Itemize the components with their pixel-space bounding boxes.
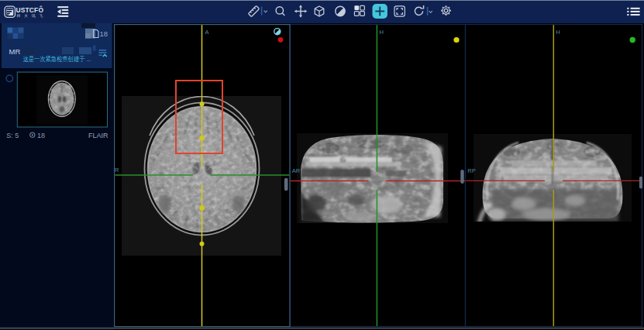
svg-text:这是一次紧急检查创建于 ...: 这是一次紧急检查创建于 ... xyxy=(23,55,91,63)
svg-text:RP: RP xyxy=(467,167,475,174)
svg-text:18: 18 xyxy=(100,29,108,38)
svg-text:R: R xyxy=(115,167,119,174)
svg-text:18: 18 xyxy=(37,132,45,139)
svg-text:A: A xyxy=(205,29,209,36)
svg-text:H: H xyxy=(556,29,560,36)
svg-text:FLAIR: FLAIR xyxy=(88,132,108,139)
svg-text:MR: MR xyxy=(9,47,21,56)
svg-text:H: H xyxy=(380,29,384,36)
svg-text:S: 5: S: 5 xyxy=(6,132,19,139)
svg-text:AR: AR xyxy=(292,167,301,174)
svg-text:科大讯飞: 科大讯飞 xyxy=(17,13,46,18)
